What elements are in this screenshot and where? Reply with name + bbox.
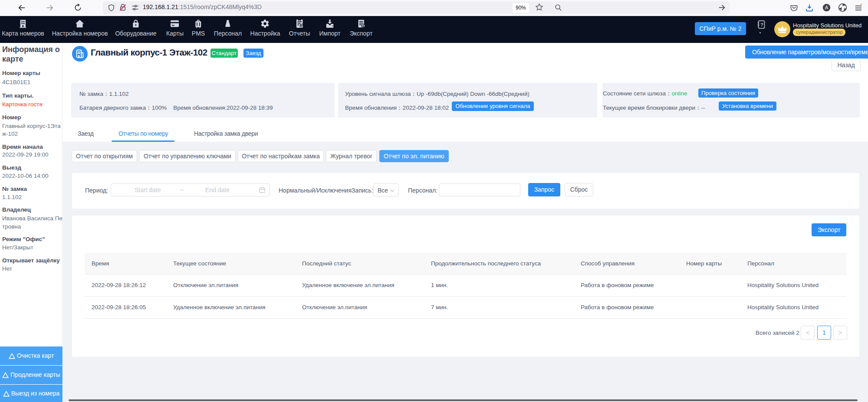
svg-text:?: ? (760, 22, 763, 27)
svg-text:A: A (825, 5, 828, 10)
